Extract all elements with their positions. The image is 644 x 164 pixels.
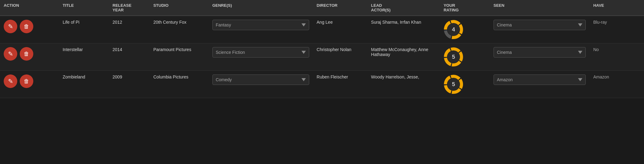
studio-name: Paramount Pictures xyxy=(153,47,191,52)
movie-title: Life of Pi xyxy=(63,20,79,25)
delete-icon xyxy=(24,23,29,30)
actor-names: Suraj Sharma, Irrfan Khan xyxy=(371,20,421,25)
rating-cell: 5 xyxy=(440,71,490,98)
delete-icon xyxy=(24,78,29,85)
year-cell: 2009 xyxy=(109,71,150,98)
director-cell: Ang Lee xyxy=(313,16,367,43)
rating-value: 5 xyxy=(452,54,455,60)
col-header-actor: LEADACTOR(S) xyxy=(367,0,440,16)
seen-cell: Amazon xyxy=(490,71,590,98)
seen-dropdown[interactable]: Cinema xyxy=(494,47,586,58)
actor-cell: Woody Harrelson, Jesse, xyxy=(367,71,440,98)
rating-value: 5 xyxy=(452,81,455,88)
studio-cell: Paramount Pictures xyxy=(150,43,208,71)
edit-button[interactable] xyxy=(4,74,17,88)
release-year: 2009 xyxy=(113,74,122,79)
rating-cell: 4 xyxy=(440,16,490,43)
genre-label: Fantasy xyxy=(216,22,231,27)
title-cell: Interstellar xyxy=(59,43,109,71)
actor-cell: Suraj Sharma, Irrfan Khan xyxy=(367,16,440,43)
year-cell: 2014 xyxy=(109,43,150,71)
genre-cell: Comedy xyxy=(209,71,313,98)
seen-label: Amazon xyxy=(497,77,513,82)
studio-name: Columbia Pictures xyxy=(153,74,188,79)
col-header-studio: STUDIO xyxy=(150,0,208,16)
rating-donut: 5 xyxy=(444,47,463,67)
genre-cell: Science Fiction xyxy=(209,43,313,71)
genre-dropdown-arrow xyxy=(301,78,306,81)
actor-names: Matthew McConaughey, Anne Hathaway xyxy=(371,47,429,57)
have-value: No xyxy=(593,47,599,52)
genre-cell: Fantasy xyxy=(209,16,313,43)
col-header-director: DIRECTOR xyxy=(313,0,367,16)
edit-button[interactable] xyxy=(4,20,17,33)
director-name: Christopher Nolan xyxy=(317,47,351,52)
director-name: Ruben Fleischer xyxy=(317,74,348,79)
seen-label: Cinema xyxy=(497,50,512,55)
title-cell: Life of Pi xyxy=(59,16,109,43)
have-value: Amazon xyxy=(593,74,609,79)
table-row: Zombieland 2009 Columbia Pictures Comedy… xyxy=(0,71,644,98)
seen-dropdown-arrow xyxy=(578,78,582,81)
action-cell xyxy=(0,16,59,43)
table-row: Interstellar 2014 Paramount Pictures Sci… xyxy=(0,43,644,71)
seen-dropdown-arrow xyxy=(578,23,582,26)
seen-cell: Cinema xyxy=(490,43,590,71)
have-cell: No xyxy=(589,43,644,71)
seen-cell: Cinema xyxy=(490,16,590,43)
col-header-action: ACTION xyxy=(0,0,59,16)
actor-names: Woody Harrelson, Jesse, xyxy=(371,74,419,79)
action-cell xyxy=(0,43,59,71)
have-cell: Blu-ray xyxy=(589,16,644,43)
edit-icon xyxy=(8,78,13,85)
movie-title: Zombieland xyxy=(63,74,85,79)
studio-cell: 20th Century Fox xyxy=(150,16,208,43)
rating-donut: 4 xyxy=(444,20,463,39)
director-cell: Christopher Nolan xyxy=(313,43,367,71)
delete-button[interactable] xyxy=(20,20,33,33)
delete-button[interactable] xyxy=(20,74,33,88)
year-cell: 2012 xyxy=(109,16,150,43)
studio-name: 20th Century Fox xyxy=(153,20,186,25)
seen-dropdown[interactable]: Cinema xyxy=(494,20,586,30)
col-header-genres: GENRE(S) xyxy=(209,0,313,16)
actor-cell: Matthew McConaughey, Anne Hathaway xyxy=(367,43,440,71)
seen-label: Cinema xyxy=(497,22,512,27)
release-year: 2014 xyxy=(113,47,122,52)
col-header-seen: SEEN xyxy=(490,0,590,16)
genre-label: Comedy xyxy=(216,77,232,82)
col-header-year: RELEASEYEAR xyxy=(109,0,150,16)
have-cell: Amazon xyxy=(589,71,644,98)
table-row: Life of Pi 2012 20th Century Fox Fantasy… xyxy=(0,16,644,43)
genre-dropdown-arrow xyxy=(301,51,306,54)
action-cell xyxy=(0,71,59,98)
seen-dropdown[interactable]: Amazon xyxy=(494,74,586,85)
edit-icon xyxy=(8,23,13,30)
title-cell: Zombieland xyxy=(59,71,109,98)
director-cell: Ruben Fleischer xyxy=(313,71,367,98)
edit-button[interactable] xyxy=(4,47,17,61)
release-year: 2012 xyxy=(113,20,122,25)
col-header-have: HAVE xyxy=(589,0,644,16)
delete-icon xyxy=(24,51,29,57)
rating-cell: 5 xyxy=(440,43,490,71)
rating-value: 4 xyxy=(452,26,455,33)
col-header-title: TITLE xyxy=(59,0,109,16)
genre-label: Science Fiction xyxy=(216,50,245,55)
genre-dropdown[interactable]: Comedy xyxy=(212,74,309,85)
movie-title: Interstellar xyxy=(63,47,83,52)
col-header-rating: YOURRATING xyxy=(440,0,490,16)
seen-dropdown-arrow xyxy=(578,51,582,54)
rating-donut: 5 xyxy=(444,74,463,94)
director-name: Ang Lee xyxy=(317,20,333,25)
delete-button[interactable] xyxy=(20,47,33,61)
studio-cell: Columbia Pictures xyxy=(150,71,208,98)
genre-dropdown[interactable]: Science Fiction xyxy=(212,47,309,58)
genre-dropdown[interactable]: Fantasy xyxy=(212,20,309,30)
edit-icon xyxy=(8,50,13,58)
have-value: Blu-ray xyxy=(593,20,607,25)
genre-dropdown-arrow xyxy=(301,23,306,26)
